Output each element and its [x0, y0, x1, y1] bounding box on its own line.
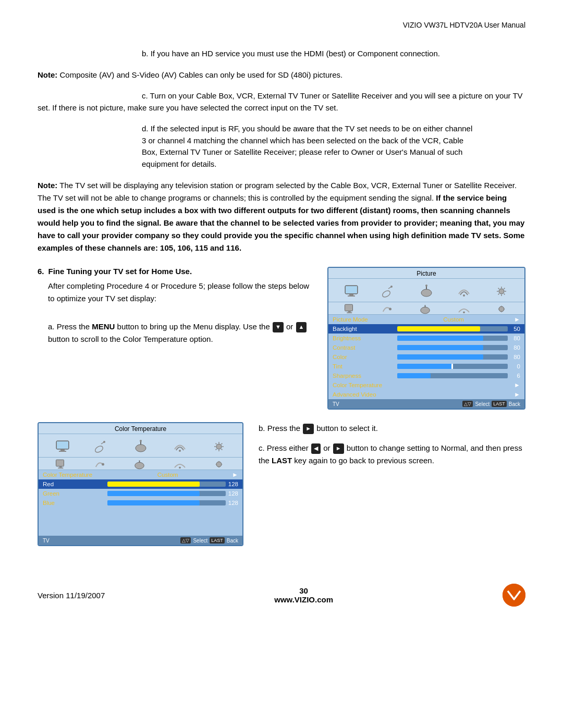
- row-sharpness: Sharpness 6: [328, 371, 524, 380]
- row-ct-blue: Blue 128: [39, 498, 242, 508]
- paragraph-b: b. If you have an HD service you must us…: [38, 48, 525, 60]
- bottom-section: Color Temperature: [38, 422, 525, 546]
- row-ct-empty1: [39, 508, 242, 517]
- label-sharpness: Sharpness: [333, 373, 395, 379]
- ct-icon-4: [170, 437, 189, 456]
- footer-version: Version 11/19/2007: [38, 591, 105, 600]
- picture-menu-icons-row1: [328, 279, 524, 302]
- svg-point-7: [421, 289, 432, 297]
- para-b2: b. Press the ► button to select it.: [259, 422, 525, 435]
- picture-menu: Picture: [327, 267, 525, 410]
- ct-icon-3: [131, 437, 150, 456]
- ct-icon-5: [210, 437, 228, 456]
- note2-bold: Note:: [38, 181, 57, 190]
- color-temp-icons-row1: [39, 434, 242, 458]
- bottom-right-text: b. Press the ► button to select it. c. P…: [246, 422, 525, 467]
- section6-num: 6.: [38, 267, 44, 276]
- manual-title: VIZIO VW37L HDTV20A User Manual: [403, 21, 525, 29]
- picture-menu-rows: Picture Mode Custom ► Backlight 50: [328, 315, 524, 399]
- label-color: Color: [333, 354, 395, 360]
- svg-rect-12: [345, 304, 353, 311]
- row-ct-green: Green 128: [39, 489, 242, 498]
- value-picture-mode: Custom: [443, 316, 464, 323]
- svg-point-24: [94, 445, 104, 454]
- paragraph-c: c. Turn on your Cable Box, VCR, External…: [38, 90, 525, 114]
- section-6: 6. Fine Tuning your TV set for Home Use.…: [38, 267, 525, 410]
- value-contrast: 80: [510, 344, 520, 351]
- svg-point-26: [103, 441, 105, 443]
- label-backlight: Backlight: [333, 326, 395, 332]
- bar-fill-ct-blue: [107, 500, 200, 505]
- para-c2: c. Press either ◀ or ► button to change …: [259, 442, 525, 467]
- label-tint: Tint: [333, 363, 395, 369]
- footer-url: www.VIZIO.com: [274, 595, 333, 604]
- picture-menu-footer: TV △▽ Select LAST Back: [328, 399, 524, 409]
- value-ct-color-temp: Custom: [157, 472, 178, 478]
- section6-title-row: 6. Fine Tuning your TV set for Home Use.: [38, 267, 317, 276]
- section6-para-a: a. Press the MENU button to bring up the…: [48, 320, 317, 346]
- label-color-temp: Color Temperature: [333, 382, 395, 388]
- ct-icon2-4: [172, 459, 188, 470]
- section6-intro-text: After completing Procedure 4 or Procedur…: [48, 280, 317, 305]
- row-color: Color 80: [328, 352, 524, 362]
- row-backlight: Backlight 50: [328, 324, 524, 334]
- svg-rect-22: [60, 449, 65, 451]
- vizio-logo: [503, 584, 525, 607]
- bar-tint: [397, 364, 508, 369]
- label-contrast: Contrast: [333, 344, 395, 351]
- svg-rect-33: [59, 466, 62, 468]
- footer-ct-dpad-icon: △▽: [180, 537, 191, 544]
- note1-text: Composite (AV) and S-Video (AV) Cables c…: [60, 70, 343, 79]
- ct-icon2-5: [211, 459, 227, 470]
- value-color: 80: [510, 354, 520, 360]
- svg-point-19: [499, 306, 504, 312]
- page-header: VIZIO VW37L HDTV20A User Manual: [38, 21, 525, 29]
- menu-icon2-2: [381, 304, 397, 314]
- svg-rect-2: [349, 294, 353, 295]
- svg-rect-13: [348, 311, 351, 313]
- svg-point-40: [503, 584, 525, 607]
- note-1: Note: Composite (AV) and S-Video (AV) Ca…: [38, 69, 525, 81]
- label-brightness: Brightness: [333, 335, 395, 341]
- menu-icon2-5: [494, 304, 509, 314]
- picture-menu-title: Picture: [328, 268, 524, 279]
- bar-fill-tint: [397, 364, 452, 369]
- svg-point-39: [216, 462, 222, 467]
- value-tint: 0: [510, 363, 520, 369]
- svg-point-15: [389, 308, 391, 311]
- bar-fill-ct-red: [107, 482, 200, 487]
- bar-fill-sharpness: [397, 373, 431, 378]
- note1-bold: Note:: [38, 70, 57, 79]
- up-btn: ▲: [296, 322, 307, 332]
- down-btn: ▼: [273, 322, 284, 332]
- menu-icon2-1: [344, 304, 359, 314]
- footer-page-num: 30: [274, 586, 333, 595]
- right-btn-c2: ►: [333, 443, 344, 454]
- color-temp-menu-title: Color Temperature: [39, 423, 242, 434]
- ct-icon2-1: [55, 459, 70, 470]
- row-brightness: Brightness 80: [328, 334, 524, 343]
- row-ct-empty2: [39, 517, 242, 526]
- ct-icon2-3: [133, 459, 149, 470]
- arrow-ct-color-temp: ►: [232, 471, 238, 478]
- svg-point-29: [140, 440, 142, 442]
- footer-back-label: Back: [509, 401, 520, 407]
- footer-last-icon: LAST: [492, 401, 507, 407]
- paragraph-d: d. If the selected input is RF, you shou…: [142, 123, 473, 170]
- svg-point-36: [134, 462, 144, 469]
- picture-menu-icons-row2: [328, 302, 524, 315]
- row-tint: Tint 0: [328, 362, 524, 371]
- ct-icons-row2: [39, 458, 242, 470]
- ct-icon-1: [53, 437, 72, 456]
- value-ct-green: 128: [228, 490, 238, 497]
- arrow-picture-mode: ►: [514, 316, 520, 323]
- menu-icon-signal: [455, 282, 473, 301]
- value-ct-red: 128: [228, 481, 238, 487]
- right-btn-b2: ►: [303, 424, 314, 434]
- tint-marker: [451, 364, 453, 369]
- footer-ct-back-label: Back: [227, 538, 238, 544]
- row-ct-red: Red 128: [39, 479, 242, 489]
- svg-point-11: [499, 289, 504, 294]
- menu-icon-satellite: [380, 282, 398, 301]
- bar-ct-red: [107, 482, 226, 487]
